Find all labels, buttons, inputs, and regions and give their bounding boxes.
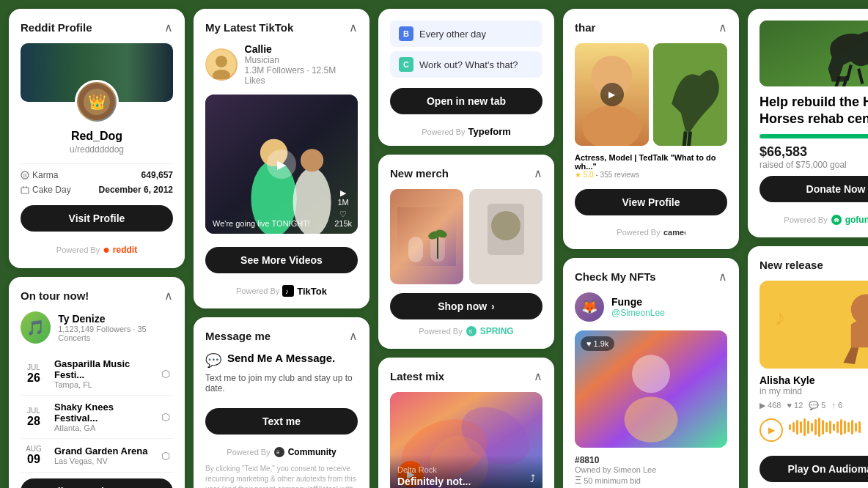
tiktok-video-caption: We're going live TONIGHT! xyxy=(213,219,310,228)
reddit-collapse-icon[interactable]: ∧ xyxy=(164,21,173,34)
audiomack-stats: ▶ 468 ♥ 12 💬 5 ↑ 6 xyxy=(760,401,868,410)
mix-title: Latest mix xyxy=(390,370,444,382)
nft-title: Check My NFTs xyxy=(575,270,656,283)
concert-venue-3: Grand Garden Arena xyxy=(54,446,151,456)
mix-source: Delta Rock xyxy=(397,465,437,474)
gofundme-powered-label: Powered By xyxy=(784,215,827,224)
cameo-video-play[interactable]: ▶ xyxy=(600,83,624,106)
cameo-side-image xyxy=(653,43,727,146)
nft-card: Check My NFTs ∧ 🦊 Funge @SimeonLee xyxy=(563,258,739,488)
open-in-new-tab-button[interactable]: Open in new tab xyxy=(390,88,542,114)
concert-day-2: 28 xyxy=(21,415,47,428)
concert-venue-2: Shaky Knees Festival... xyxy=(54,402,151,424)
message-powered-label: Powered By xyxy=(227,448,270,456)
concert-list: JUL 26 Gasparilla Music Festi... Tampa, … xyxy=(21,352,173,473)
mix-info: Delta Rock Definitely not... xyxy=(390,455,542,488)
svg-point-46 xyxy=(831,215,842,225)
tour-collapse-icon[interactable]: ∧ xyxy=(164,289,173,303)
mix-collapse-icon[interactable]: ∧ xyxy=(534,369,542,383)
concert-month-1: JUL xyxy=(21,363,47,371)
tiktok-brand: TikTok xyxy=(297,286,327,297)
cameo-main-image: ▶ xyxy=(575,43,649,146)
nft-artist-name: Funge xyxy=(611,296,665,308)
reddit-handle: u/reddddddog xyxy=(21,144,173,155)
typeform-powered-label: Powered By xyxy=(422,127,465,136)
gofundme-progress-bar xyxy=(760,134,868,138)
concert-link-2[interactable]: ⬡ xyxy=(158,410,173,424)
shop-now-button[interactable]: Shop now › xyxy=(390,293,542,319)
svg-text:⚙: ⚙ xyxy=(23,173,27,178)
cameo-collapse-icon[interactable]: ∧ xyxy=(718,21,727,34)
message-fine-print: By clicking "Text Me," you consent to re… xyxy=(205,464,358,488)
nft-like-count: ♥ 1.9k xyxy=(581,336,614,351)
typeform-item-b-label: Every other day xyxy=(419,29,486,40)
cameo-stars: ★ 5.0 - 355 reviews xyxy=(575,171,727,179)
tiktok-name: Callie xyxy=(245,43,358,55)
concert-city-1: Tampa, FL xyxy=(54,380,151,389)
view-profile-button[interactable]: View Profile xyxy=(575,189,727,215)
svg-text:≡: ≡ xyxy=(276,449,280,456)
nft-owner: Owned by Simeon Lee xyxy=(575,465,727,474)
mix-share-icon[interactable]: ⤴ xyxy=(530,473,535,484)
concert-day-3: 09 xyxy=(21,453,47,466)
text-me-button[interactable]: Text me xyxy=(205,408,358,435)
karma-value: 649,657 xyxy=(141,170,173,180)
tiktok-play-button[interactable]: ▶ xyxy=(267,149,296,179)
tour-artist-meta: 1,123,149 Followers · 35 Concerts xyxy=(58,325,173,342)
mix-track-title: Definitely not... xyxy=(397,476,535,487)
typeform-brand: Typeform xyxy=(468,126,511,137)
svg-point-15 xyxy=(301,149,323,171)
tour-title: On tour now! xyxy=(21,289,89,302)
avatar: 👑 xyxy=(75,80,119,124)
cameo-card: thar ∧ ▶ xyxy=(563,9,739,249)
gofundme-image xyxy=(760,21,868,86)
audiomack-play-button[interactable]: ▶ xyxy=(760,418,783,442)
gofundme-title: Help rebuild the Happy Horses rehab cent… xyxy=(760,94,868,128)
message-card-title: Message me xyxy=(205,330,271,342)
cameo-powered-label: Powered By xyxy=(617,228,660,237)
typeform-item-c: C Work out? What's that? xyxy=(390,51,542,78)
svg-point-28 xyxy=(491,211,521,240)
cakeday-value: December 6, 2012 xyxy=(99,185,173,195)
play-on-audiomack-button[interactable]: Play On Audiomack xyxy=(760,456,868,482)
svg-point-41 xyxy=(632,355,670,393)
audiomack-song-title: in my mind xyxy=(760,386,868,396)
nft-collapse-icon[interactable]: ∧ xyxy=(718,270,727,284)
gofundme-card: Help rebuild the Happy Horses rehab cent… xyxy=(748,9,868,237)
svg-text:👑: 👑 xyxy=(88,93,106,111)
cakeday-label: Cake Day xyxy=(21,185,71,195)
tour-artist-name: Ty Denize xyxy=(58,313,173,325)
gofundme-goal: raised of $75,000 goal xyxy=(760,160,868,170)
message-collapse-icon[interactable]: ∧ xyxy=(349,329,358,343)
cameo-logo: cameo xyxy=(663,227,685,237)
reddit-icon: ● xyxy=(103,243,110,256)
mix-cover: ▶ Delta Rock Definitely not... ⤴ xyxy=(390,392,542,488)
merch-collapse-icon[interactable]: ∧ xyxy=(534,166,542,180)
svg-point-9 xyxy=(216,56,227,67)
message-send-title: Send Me A Message. xyxy=(227,352,335,364)
nft-bid: Ξ 50 minimum bid xyxy=(575,474,727,486)
svg-rect-20 xyxy=(397,207,456,266)
cameo-person-name: Actress, Model | TedTalk "What to do wh.… xyxy=(575,153,727,171)
merch-image-1: New Age $35 USD xyxy=(390,189,463,284)
concert-link-3[interactable]: ⬡ xyxy=(158,448,173,463)
svg-point-42 xyxy=(625,396,678,442)
nft-artist-avatar: 🦊 xyxy=(575,292,604,322)
tiktok-role: Musician xyxy=(245,55,358,65)
concert-month-2: JUL xyxy=(21,407,47,415)
concert-link-1[interactable]: ⬡ xyxy=(158,366,173,381)
concert-month-3: AUG xyxy=(21,445,47,453)
reddit-username: Red_Dog xyxy=(21,130,173,143)
gofundme-brand: gofundme xyxy=(845,215,868,225)
audiomack-cover: ♪ 🎵 xyxy=(760,281,868,369)
svg-text:♪: ♪ xyxy=(775,306,786,329)
badge-b: B xyxy=(399,26,413,41)
see-more-videos-button[interactable]: See More Videos xyxy=(205,247,358,273)
tiktok-collapse-icon[interactable]: ∧ xyxy=(349,21,358,34)
see-all-concerts-button[interactable]: See All Upcoming Concerts xyxy=(21,478,173,488)
tiktok-card: My Latest TikTok ∧ Callie Musician 1.3M … xyxy=(194,9,369,308)
message-desc: Text me to join my club and stay up to d… xyxy=(205,373,358,393)
visit-profile-button[interactable]: Visit Profile xyxy=(21,205,173,232)
donate-button[interactable]: Donate Now xyxy=(760,176,868,202)
tiktok-powered-label: Powered By xyxy=(236,286,279,295)
